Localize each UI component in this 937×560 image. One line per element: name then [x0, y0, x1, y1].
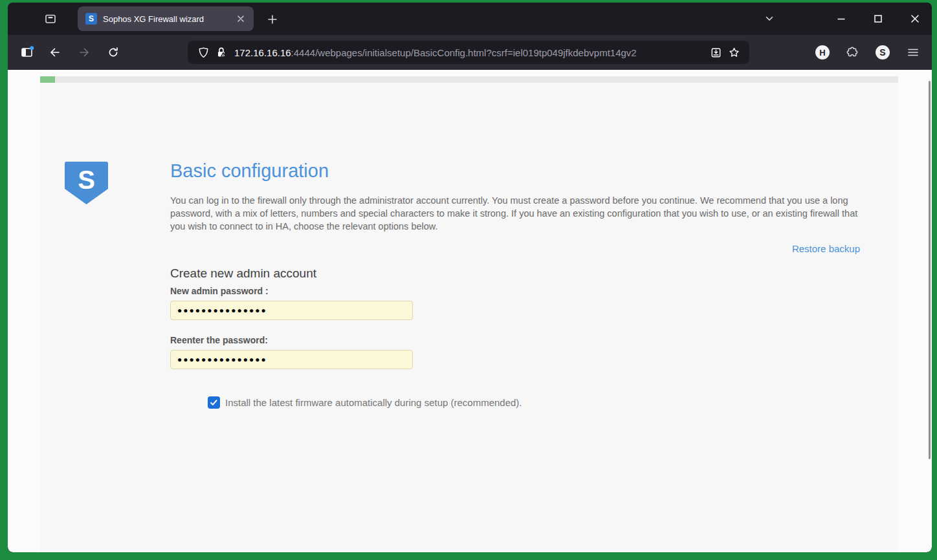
bookmark-star-icon — [728, 47, 740, 59]
window-minimize-button[interactable] — [830, 7, 853, 30]
back-button[interactable] — [43, 41, 67, 64]
maximize-icon — [874, 14, 883, 23]
url-bar[interactable]: 172.16.16.16:4444/webpages/initialsetup/… — [188, 41, 749, 64]
url-path: :4444/webpages/initialsetup/BasicConfig.… — [291, 47, 637, 58]
tracking-protection-button[interactable] — [194, 43, 212, 61]
new-tab-icon — [267, 14, 278, 25]
notification-dot — [30, 46, 34, 50]
progress-fill — [40, 76, 55, 83]
sidebar-toggle-icon — [20, 45, 34, 59]
tab-title: Sophos XG Firewall wizard — [103, 14, 233, 24]
sophos-favicon: S — [85, 13, 97, 25]
section-heading: Create new admin account — [170, 266, 316, 281]
bookmark-button[interactable] — [725, 43, 743, 61]
firefox-view-icon — [44, 12, 57, 25]
firefox-view-button[interactable] — [39, 7, 62, 30]
hamburger-menu-icon — [907, 47, 919, 58]
window-maximize-button[interactable] — [866, 7, 890, 30]
page-scrollbar[interactable] — [929, 81, 931, 459]
window-close-icon — [910, 14, 920, 23]
list-all-tabs-button[interactable] — [758, 8, 780, 29]
reenter-password-field[interactable] — [170, 350, 413, 369]
shield-icon — [197, 47, 210, 59]
browser-window: S Sophos XG Firewall wizard — [8, 3, 932, 552]
extensions-puzzle-icon — [846, 46, 859, 59]
browser-tab[interactable]: S Sophos XG Firewall wizard — [78, 6, 254, 31]
forward-icon — [78, 46, 91, 59]
new-password-field[interactable] — [170, 301, 413, 320]
tab-bar: S Sophos XG Firewall wizard — [8, 3, 932, 35]
save-page-icon — [710, 47, 722, 59]
new-password-label: New admin password : — [170, 286, 269, 296]
close-icon — [237, 15, 245, 23]
sophos-logo: S — [65, 162, 108, 204]
tabs-chevron-icon — [764, 14, 775, 24]
sidebar-toggle-button[interactable] — [16, 41, 39, 64]
lock-warning-icon — [215, 46, 228, 59]
restore-backup-link[interactable]: Restore backup — [170, 243, 860, 254]
url-host: 172.16.16.16 — [234, 47, 291, 58]
firmware-checkbox[interactable] — [208, 396, 220, 409]
checkmark-icon — [210, 398, 218, 407]
save-page-button[interactable] — [707, 43, 725, 61]
reload-icon — [107, 46, 120, 59]
window-close-button[interactable] — [903, 7, 927, 30]
url-text[interactable]: 172.16.16.16:4444/webpages/initialsetup/… — [234, 47, 707, 58]
site-security-button[interactable] — [212, 43, 230, 61]
extension-h-button[interactable]: H — [815, 45, 830, 59]
new-tab-button[interactable] — [264, 11, 281, 28]
reenter-password-label: Reenter the password: — [170, 335, 268, 345]
page-viewport: S Basic configuration You can log in to … — [8, 70, 932, 552]
extension-s-button[interactable]: S — [876, 45, 890, 59]
back-icon — [49, 46, 61, 59]
wizard-progress-bar — [40, 76, 898, 83]
minimize-icon — [837, 14, 846, 23]
page-title: Basic configuration — [170, 160, 329, 182]
app-menu-button[interactable] — [901, 41, 925, 64]
sophos-logo-letter: S — [65, 166, 108, 195]
wizard-card: S Basic configuration You can log in to … — [40, 76, 898, 552]
reload-button[interactable] — [102, 41, 125, 64]
navigation-toolbar: 172.16.16.16:4444/webpages/initialsetup/… — [8, 35, 932, 70]
forward-button[interactable] — [72, 41, 96, 64]
page-description: You can log in to the firewall only thro… — [170, 194, 860, 233]
firmware-checkbox-label: Install the latest firmware automaticall… — [225, 397, 522, 408]
extensions-button[interactable] — [841, 41, 864, 64]
tab-close-button[interactable] — [233, 11, 248, 27]
